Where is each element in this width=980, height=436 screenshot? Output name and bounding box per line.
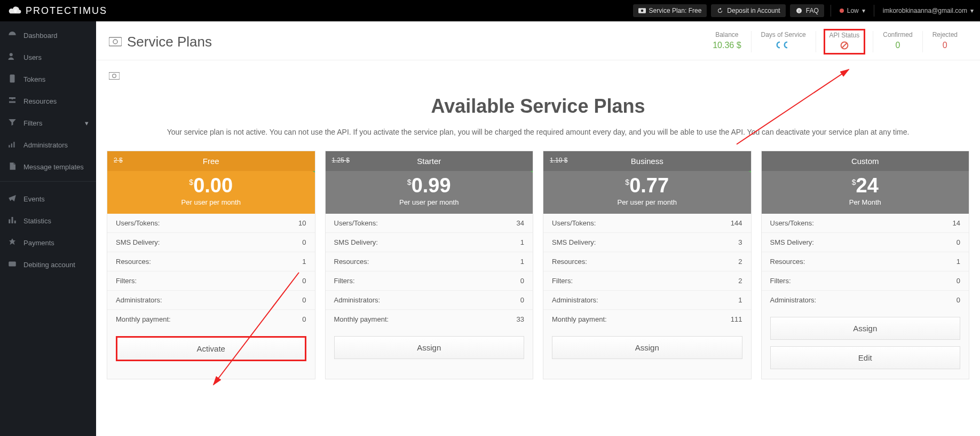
plan-row: Filters:0 [107, 271, 315, 291]
content-toolbar [107, 68, 969, 90]
sidebar-item-label: Message templates [23, 163, 84, 171]
plan-row-value: 1 [957, 258, 960, 266]
sidebar-item-label: Users [23, 53, 42, 61]
plan-row-label: Users/Tokens: [334, 219, 378, 227]
refresh-icon [716, 7, 724, 14]
plan-row-label: Filters: [770, 277, 791, 285]
sidebar-item-debiting-account[interactable]: Debiting account [0, 254, 96, 276]
svg-line-17 [842, 43, 847, 48]
plan-head: 2 $Free$0.00Per user per month [107, 151, 315, 214]
section-subtitle: Your service plan is not active. You can… [107, 126, 969, 138]
user-menu[interactable]: imkorobkinaanna@gmail.com ▾ [876, 7, 980, 14]
deposit-button[interactable]: Deposit in Account [711, 4, 785, 17]
stat-rejected[interactable]: Rejected 0 [922, 31, 967, 52]
plan-row-value: 0 [957, 238, 960, 246]
plan-row-label: Users/Tokens: [552, 219, 596, 227]
old-price: 2 $ [114, 157, 123, 164]
statistics-icon [7, 215, 17, 227]
sidebar-item-administrators[interactable]: Administrators [0, 134, 96, 156]
plan-row-label: Administrators: [552, 296, 598, 304]
plan-row-label: SMS Delivery: [770, 238, 814, 246]
plan-row-value: 0 [302, 238, 306, 246]
plan-row-value: 2 [738, 277, 742, 285]
svg-rect-5 [10, 75, 15, 83]
administrators-icon [7, 139, 17, 151]
plan-row-value: 0 [520, 296, 524, 304]
plan-price: $0.00 [107, 171, 315, 198]
plan-head: 1.10 $Business$0.77Per user per month [543, 151, 751, 214]
stat-days-of-service[interactable]: Days of Service [751, 31, 816, 52]
page-header: Service Plans Balance 10.36 $ Days of Se… [96, 21, 980, 60]
plan-row: Filters:0 [326, 271, 533, 291]
service-plan-button[interactable]: Service Plan: Free [633, 4, 707, 17]
assign-button[interactable]: Assign [334, 336, 525, 359]
money-icon [109, 72, 120, 80]
sidebar-item-tokens[interactable]: Tokens [0, 68, 96, 90]
svg-point-1 [641, 10, 643, 12]
plan-row: Filters:2 [543, 271, 751, 291]
svg-rect-7 [11, 144, 12, 148]
svg-rect-18 [109, 72, 120, 79]
users-icon [7, 52, 17, 63]
events-icon [7, 193, 17, 205]
faq-button[interactable]: i FAQ [790, 4, 824, 17]
plan-row-value: 0 [520, 277, 524, 285]
plan-row-label: Monthly payment: [334, 315, 389, 323]
status-dot-icon [840, 9, 844, 13]
plan-row-value: 1 [520, 238, 524, 246]
plan-row-value: 33 [517, 315, 524, 323]
disabled-icon [829, 41, 860, 52]
plan-row: Resources:2 [543, 252, 751, 271]
plan-name: 2 $Free [107, 151, 315, 171]
sidebar-item-users[interactable]: Users [0, 46, 96, 68]
section-heading: Available Service Plans [107, 95, 969, 118]
brand-logo[interactable]: PROTECTIMUS [0, 5, 115, 17]
sidebar-item-message-templates[interactable]: Message templates [0, 156, 96, 178]
tokens-icon [7, 74, 17, 85]
plan-row: Filters:0 [762, 271, 969, 291]
assign-button[interactable]: Assign [770, 317, 961, 340]
stat-api-status[interactable]: API Status [816, 31, 873, 52]
caret-down-icon: ▾ [970, 7, 974, 14]
sidebar-item-dashboard[interactable]: Dashboard [0, 25, 96, 46]
plan-row-label: SMS Delivery: [334, 238, 378, 246]
svg-rect-10 [12, 217, 13, 223]
sidebar-item-label: Administrators [23, 141, 68, 149]
svg-rect-6 [9, 145, 10, 148]
stat-balance[interactable]: Balance 10.36 $ [703, 31, 750, 52]
activate-button[interactable]: Activate [116, 336, 306, 361]
plan-row: Administrators:0 [107, 291, 315, 310]
plan-row: SMS Delivery:0 [762, 233, 969, 252]
plan-row: Resources:1 [326, 252, 533, 271]
stat-confirmed[interactable]: Confirmed 0 [873, 31, 922, 52]
sidebar-item-resources[interactable]: Resources [0, 90, 96, 112]
assign-button[interactable]: Assign [552, 336, 742, 359]
security-level-link[interactable]: Low ▾ [833, 7, 872, 14]
plan-row-label: SMS Delivery: [116, 238, 160, 246]
sidebar-item-label: Events [23, 195, 45, 203]
caret-down-icon: ▾ [85, 119, 89, 127]
plan-per: Per user per month [107, 198, 315, 214]
plan-row: Users/Tokens:34 [326, 214, 533, 233]
plan-row-label: Administrators: [116, 296, 162, 304]
topbar: PROTECTIMUS Service Plan: Free Deposit i… [0, 0, 980, 21]
sidebar-item-payments[interactable]: Payments [0, 232, 96, 254]
plan-row-label: Filters: [334, 277, 355, 285]
sidebar-item-filters[interactable]: Filters▾ [0, 112, 96, 134]
edit-button[interactable]: Edit [770, 346, 961, 369]
plan-row-value: 1 [520, 258, 524, 266]
sidebar-item-label: Debiting account [23, 261, 75, 269]
plan-card-business: -30%1.10 $Business$0.77Per user per mont… [543, 151, 752, 379]
sidebar: DashboardUsersTokensResourcesFilters▾Adm… [0, 21, 96, 436]
plan-row-label: Users/Tokens: [116, 219, 160, 227]
plan-row: Monthly payment:111 [543, 310, 751, 329]
plan-row-label: Filters: [552, 277, 573, 285]
plan-card-free: -100%2 $Free$0.00Per user per monthUsers… [107, 151, 315, 379]
plan-row: Monthly payment:33 [326, 310, 533, 329]
plan-row-label: Monthly payment: [552, 315, 607, 323]
plan-per: Per user per month [543, 198, 751, 214]
sidebar-item-statistics[interactable]: Statistics [0, 210, 96, 232]
sidebar-item-events[interactable]: Events [0, 188, 96, 210]
main: Service Plans Balance 10.36 $ Days of Se… [96, 21, 980, 436]
debiting-icon [7, 259, 17, 270]
